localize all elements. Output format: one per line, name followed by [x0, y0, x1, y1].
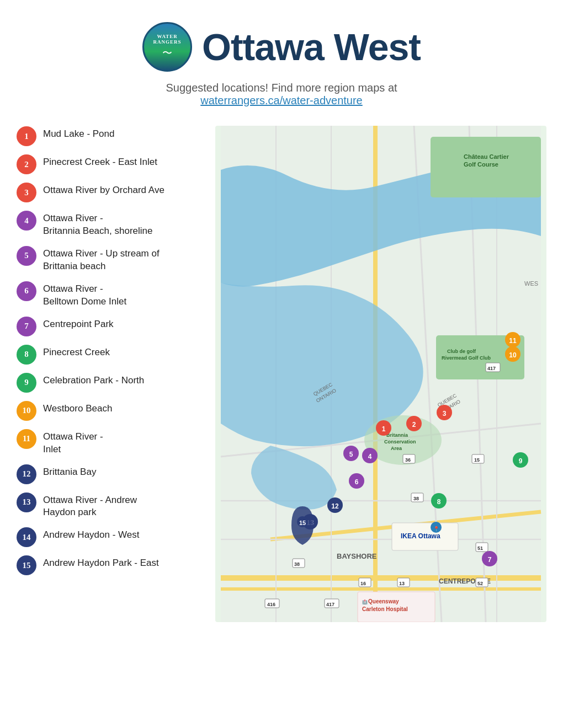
list-item: 2Pinecrest Creek - East Inlet	[17, 154, 204, 174]
svg-text:Britannia: Britannia	[386, 432, 408, 438]
svg-text:3: 3	[443, 410, 447, 417]
list-item: 4Ottawa River -Britannia Beach, shorelin…	[17, 210, 204, 238]
location-name: Centrepoint Park	[43, 316, 114, 331]
page-header: WATERRANGERS 〜 Ottawa West	[142, 22, 421, 72]
subtitle-block: Suggested locations! Find more region ma…	[166, 82, 397, 107]
list-item: 7Centrepoint Park	[17, 316, 204, 336]
svg-text:WES: WES	[524, 280, 538, 287]
svg-text:417: 417	[487, 366, 496, 371]
svg-text:417: 417	[326, 602, 334, 607]
location-badge: 8	[17, 345, 36, 365]
location-name: Pinecrest Creek	[43, 344, 110, 359]
page-title: Ottawa West	[202, 25, 421, 68]
svg-text:Area: Area	[391, 446, 402, 451]
svg-text:5: 5	[349, 451, 353, 458]
location-badge: 14	[17, 527, 36, 547]
subtitle-line1: Suggested locations! Find more region ma…	[166, 82, 397, 94]
location-name: Mud Lake - Pond	[43, 126, 114, 141]
logo: WATERRANGERS 〜	[142, 22, 192, 72]
map-container: Château Cartier Golf Course Club de golf…	[215, 126, 546, 622]
svg-text:12: 12	[331, 502, 339, 510]
logo-wave-icon: 〜	[162, 46, 172, 60]
location-badge: 13	[17, 493, 36, 512]
svg-text:4: 4	[368, 453, 372, 461]
location-badge: 12	[17, 464, 36, 484]
list-item: 1Mud Lake - Pond	[17, 126, 204, 146]
svg-text:Rivermead Golf Club: Rivermead Golf Club	[442, 355, 491, 361]
svg-text:51: 51	[477, 545, 483, 551]
svg-text:9: 9	[519, 457, 523, 465]
location-name: Andrew Haydon Park - East	[43, 555, 159, 570]
list-item: 11Ottawa River -Inlet	[17, 429, 204, 456]
svg-text:52: 52	[477, 581, 483, 586]
svg-text:🏥: 🏥	[362, 599, 368, 604]
svg-text:10: 10	[509, 351, 517, 359]
svg-text:1: 1	[382, 425, 386, 433]
location-name: Ottawa River by Orchard Ave	[43, 182, 164, 197]
subtitle-link[interactable]: waterrangers.ca/water-adventure	[200, 94, 362, 106]
location-name: Ottawa River - Up stream ofBrittania bea…	[43, 245, 160, 273]
svg-text:8: 8	[437, 498, 441, 506]
location-badge: 6	[17, 281, 36, 301]
list-item: 8Pinecrest Creek	[17, 344, 204, 365]
list-item: 3Ottawa River by Orchard Ave	[17, 182, 204, 202]
location-name: Pinecrest Creek - East Inlet	[43, 154, 157, 169]
list-item: 13Ottawa River - AndrewHaydon park	[17, 492, 204, 520]
list-item: 14Andrew Haydon - West	[17, 527, 204, 547]
location-list: 1Mud Lake - Pond2Pinecrest Creek - East …	[17, 126, 204, 575]
svg-text:📍: 📍	[433, 526, 440, 532]
list-item: 5Ottawa River - Up stream ofBrittania be…	[17, 245, 204, 273]
location-name: Westboro Beach	[43, 400, 112, 415]
svg-text:16: 16	[360, 581, 366, 586]
location-name: Andrew Haydon - West	[43, 527, 139, 542]
location-badge: 3	[17, 183, 36, 202]
svg-text:2: 2	[412, 421, 416, 429]
location-name: Ottawa River -Belltown Dome Inlet	[43, 281, 126, 308]
svg-text:6: 6	[355, 478, 359, 486]
location-badge: 4	[17, 211, 36, 231]
svg-text:Château Cartier: Château Cartier	[464, 153, 509, 160]
main-content: 1Mud Lake - Pond2Pinecrest Creek - East …	[17, 126, 546, 622]
location-badge: 1	[17, 126, 36, 146]
svg-text:Conservation: Conservation	[384, 439, 416, 445]
svg-text:36: 36	[405, 457, 411, 463]
location-name: Ottawa River -Inlet	[43, 429, 103, 456]
list-item: 10Westboro Beach	[17, 400, 204, 421]
svg-text:15: 15	[474, 457, 480, 463]
svg-text:416: 416	[267, 602, 275, 607]
location-badge: 7	[17, 317, 36, 336]
location-name: Brittania Bay	[43, 464, 96, 479]
svg-text:38: 38	[294, 561, 300, 567]
location-badge: 11	[17, 429, 36, 449]
svg-text:Queensway: Queensway	[368, 598, 399, 604]
svg-text:Club de golf: Club de golf	[447, 349, 476, 354]
location-badge: 15	[17, 555, 36, 575]
list-item: 9Celebration Park - North	[17, 372, 204, 393]
list-item: 6Ottawa River -Belltown Dome Inlet	[17, 281, 204, 308]
svg-text:13: 13	[399, 581, 405, 586]
location-name: Celebration Park - North	[43, 372, 144, 387]
svg-text:Carleton Hospital: Carleton Hospital	[362, 606, 408, 612]
svg-text:Golf Course: Golf Course	[464, 161, 498, 168]
svg-text:11: 11	[509, 337, 517, 345]
svg-text:15: 15	[299, 520, 306, 526]
location-badge: 5	[17, 246, 36, 266]
location-badge: 9	[17, 373, 36, 393]
location-badge: 10	[17, 401, 36, 421]
list-item: 15Andrew Haydon Park - East	[17, 555, 204, 575]
location-badge: 2	[17, 154, 36, 174]
svg-text:38: 38	[413, 496, 419, 501]
svg-text:7: 7	[488, 556, 492, 564]
svg-text:BAYSHORE: BAYSHORE	[337, 552, 377, 560]
logo-text: WATERRANGERS	[153, 34, 182, 45]
map-svg: Château Cartier Golf Course Club de golf…	[215, 126, 546, 622]
svg-text:IKEA Ottawa: IKEA Ottawa	[401, 532, 440, 540]
list-item: 12Brittania Bay	[17, 464, 204, 484]
location-name: Ottawa River -Britannia Beach, shoreline	[43, 210, 152, 238]
location-name: Ottawa River - AndrewHaydon park	[43, 492, 137, 520]
